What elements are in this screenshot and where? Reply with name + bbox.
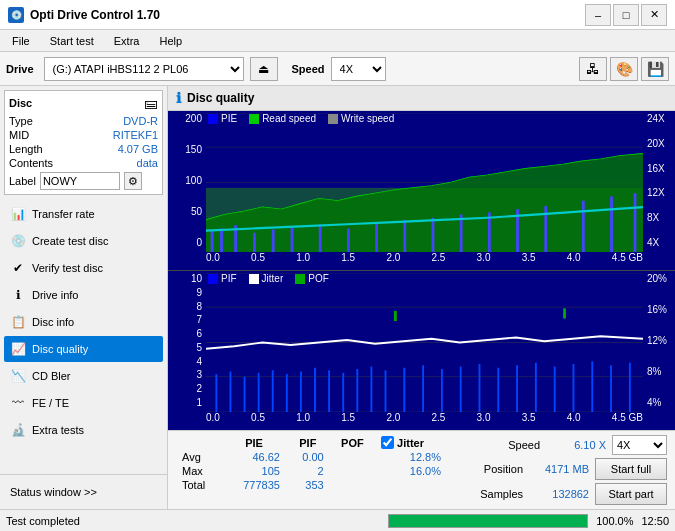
svg-rect-49 <box>516 365 518 412</box>
legend-read: Read speed <box>262 113 316 124</box>
sidebar-item-create-test-disc[interactable]: 💿 Create test disc <box>4 228 163 254</box>
legend-pie: PIE <box>221 113 237 124</box>
disc-type-label: Type <box>9 115 33 127</box>
sidebar-item-disc-info-label: Disc info <box>32 316 74 328</box>
svg-rect-14 <box>347 228 350 252</box>
jitter-checkbox[interactable] <box>381 436 394 449</box>
chart1-y-axis-right: 24X20X16X12X8X4X <box>643 111 675 250</box>
svg-rect-36 <box>300 372 302 412</box>
position-label: Position <box>463 463 523 475</box>
sidebar-item-create-label: Create test disc <box>32 235 108 247</box>
menu-file[interactable]: File <box>4 33 38 49</box>
disc-info-icon: 📋 <box>10 315 26 329</box>
chart1-canvas <box>206 113 643 252</box>
verify-icon: ✔ <box>10 261 26 275</box>
disc-quality-title: Disc quality <box>187 91 254 105</box>
svg-rect-38 <box>328 370 330 412</box>
start-full-button[interactable]: Start full <box>595 458 667 480</box>
disc-icon-btn2[interactable]: 🎨 <box>610 57 638 81</box>
speed-select[interactable]: 4X Max 8X <box>331 57 386 81</box>
disc-panel: Disc 🖴 Type DVD-R MID RITEKF1 Length 4.0… <box>4 90 163 195</box>
sidebar-item-cd-bler[interactable]: 📉 CD Bler <box>4 363 163 389</box>
sidebar-nav: 📊 Transfer rate 💿 Create test disc ✔ Ver… <box>0 199 167 445</box>
speed-combo[interactable]: 4X8XMax <box>612 435 667 455</box>
disc-panel-title: Disc <box>9 97 32 109</box>
sidebar-item-transfer-rate[interactable]: 📊 Transfer rate <box>4 201 163 227</box>
drive-label: Drive <box>6 63 34 75</box>
disc-label-input[interactable] <box>40 172 120 190</box>
sidebar-item-disc-info[interactable]: 📋 Disc info <box>4 309 163 335</box>
svg-rect-53 <box>591 361 593 412</box>
disc-icon-btn3[interactable]: 💾 <box>641 57 669 81</box>
chart2-y-axis: 10987654321 <box>168 271 206 410</box>
status-text: Test completed <box>6 515 380 527</box>
status-time: 12:50 <box>641 515 669 527</box>
sidebar-item-verify-test-disc[interactable]: ✔ Verify test disc <box>4 255 163 281</box>
svg-rect-15 <box>375 223 378 252</box>
svg-rect-13 <box>319 224 322 252</box>
sidebar-item-extra-tests[interactable]: 🔬 Extra tests <box>4 417 163 443</box>
menu-start-test[interactable]: Start test <box>42 33 102 49</box>
drive-bar: Drive (G:) ATAPI iHBS112 2 PL06 ⏏ Speed … <box>0 52 675 86</box>
chart1-legend: PIE Read speed Write speed <box>208 113 394 124</box>
disc-mid-label: MID <box>9 129 29 141</box>
sidebar-item-fe-te-label: FE / TE <box>32 397 69 409</box>
menu-extra[interactable]: Extra <box>106 33 148 49</box>
status-bar: Test completed 100.0% 12:50 <box>0 509 675 531</box>
disc-icon-btn1[interactable]: 🖧 <box>579 57 607 81</box>
speed-value-stat: 6.10 X <box>546 439 606 451</box>
drive-select[interactable]: (G:) ATAPI iHBS112 2 PL06 <box>44 57 244 81</box>
svg-rect-24 <box>634 193 637 252</box>
status-window-label: Status window >> <box>10 486 97 498</box>
sidebar-item-drive-info-label: Drive info <box>32 289 78 301</box>
legend-pif: PIF <box>221 273 237 284</box>
svg-rect-12 <box>291 227 294 252</box>
svg-rect-41 <box>370 367 372 412</box>
sidebar-item-drive-info[interactable]: ℹ Drive info <box>4 282 163 308</box>
svg-rect-48 <box>497 368 499 412</box>
sidebar: Disc 🖴 Type DVD-R MID RITEKF1 Length 4.0… <box>0 86 168 509</box>
stats-total-pie: 777835 <box>222 478 286 492</box>
sidebar-item-verify-label: Verify test disc <box>32 262 103 274</box>
transfer-rate-icon: 📊 <box>10 207 26 221</box>
svg-rect-23 <box>610 196 613 252</box>
stats-avg-jitter: 12.8% <box>375 450 447 464</box>
disc-contents-value: data <box>137 157 158 169</box>
chart2: PIF Jitter POF 10987654321 20%16%12%8%4% <box>168 271 675 430</box>
svg-rect-39 <box>342 373 344 412</box>
svg-rect-51 <box>554 367 556 412</box>
disc-length-value: 4.07 GB <box>118 143 158 155</box>
disc-gear-button[interactable]: ⚙ <box>124 172 142 190</box>
menu-help[interactable]: Help <box>151 33 190 49</box>
stats-right: Speed 6.10 X 4X8XMax Position 4171 MB St… <box>447 435 667 505</box>
svg-rect-31 <box>229 372 231 412</box>
sidebar-item-status-window[interactable]: Status window >> <box>4 479 163 505</box>
start-part-button[interactable]: Start part <box>595 483 667 505</box>
fe-te-icon: 〰 <box>10 396 26 410</box>
svg-rect-42 <box>385 370 387 412</box>
svg-rect-45 <box>441 369 443 412</box>
stats-total-label: Total <box>176 478 222 492</box>
disc-length-label: Length <box>9 143 43 155</box>
eject-button[interactable]: ⏏ <box>250 57 278 81</box>
progress-bar-fill <box>389 515 587 527</box>
svg-rect-34 <box>272 370 274 412</box>
samples-value: 132862 <box>529 488 589 500</box>
sidebar-item-cd-bler-label: CD Bler <box>32 370 71 382</box>
svg-rect-57 <box>563 308 566 318</box>
svg-rect-11 <box>272 230 275 252</box>
maximize-button[interactable]: □ <box>613 4 639 26</box>
sidebar-item-disc-quality[interactable]: 📈 Disc quality <box>4 336 163 362</box>
sidebar-item-extra-tests-label: Extra tests <box>32 424 84 436</box>
disc-panel-icon[interactable]: 🖴 <box>144 95 158 111</box>
minimize-button[interactable]: – <box>585 4 611 26</box>
stats-max-pie: 105 <box>222 464 286 478</box>
svg-rect-7 <box>211 231 214 252</box>
svg-rect-52 <box>573 364 575 412</box>
disc-quality-header: ℹ Disc quality <box>168 86 675 111</box>
chart2-x-axis: 0.00.51.01.52.02.53.03.54.04.5 GB <box>206 412 643 430</box>
svg-rect-10 <box>253 233 256 252</box>
legend-write: Write speed <box>341 113 394 124</box>
close-button[interactable]: ✕ <box>641 4 667 26</box>
sidebar-item-fe-te[interactable]: 〰 FE / TE <box>4 390 163 416</box>
